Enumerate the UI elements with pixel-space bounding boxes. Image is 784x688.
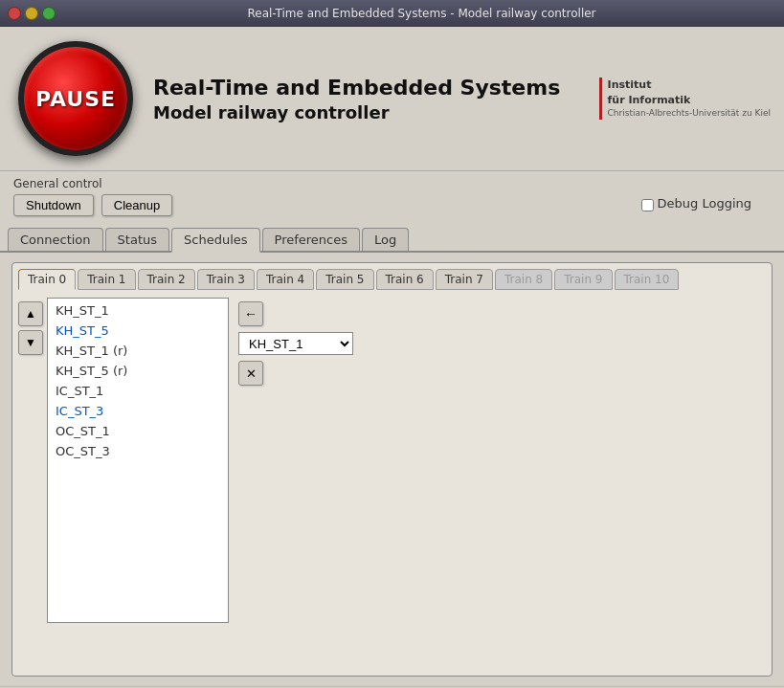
- up-down-buttons: ▲ ▼: [18, 298, 43, 355]
- x-mark-icon: ✕: [246, 366, 257, 381]
- schedule-editor: ▲ ▼ KH_ST_1KH_ST_5KH_ST_1 (r)KH_ST_5 (r)…: [18, 298, 766, 670]
- station-list-panel: ▲ ▼ KH_ST_1KH_ST_5KH_ST_1 (r)KH_ST_5 (r)…: [18, 298, 229, 623]
- inner-tab-train6[interactable]: Train 6: [376, 269, 434, 290]
- station-item-oc_st_1[interactable]: OC_ST_1: [48, 421, 228, 441]
- app-title-line1: Real-Time and Embedded Systems: [153, 75, 584, 102]
- station-item-oc_st_3[interactable]: OC_ST_3: [48, 441, 228, 461]
- shutdown-button[interactable]: Shutdown: [13, 194, 94, 216]
- cleanup-button[interactable]: Cleanup: [101, 194, 172, 216]
- inner-tab-train0[interactable]: Train 0: [18, 269, 76, 290]
- debug-logging-check: Debug Logging: [641, 196, 751, 214]
- station-item-kh_st_5r[interactable]: KH_ST_5 (r): [48, 361, 228, 381]
- outer-tab-status[interactable]: Status: [105, 228, 169, 251]
- minimize-button[interactable]: [25, 7, 38, 20]
- add-station-button[interactable]: ←: [238, 301, 263, 326]
- pause-button[interactable]: PAUSE: [18, 41, 133, 156]
- institute-logo: Institut für Informatik Christian-Albrec…: [599, 78, 771, 119]
- station-item-ic_st_3[interactable]: IC_ST_3: [48, 401, 228, 421]
- station-dropdown-wrap: KH_ST_1KH_ST_5KH_ST_1 (r)KH_ST_5 (r)IC_S…: [238, 332, 353, 355]
- window-title: Real-Time and Embedded Systems - Model r…: [67, 7, 776, 20]
- inner-tab-train4[interactable]: Train 4: [257, 269, 314, 290]
- inner-tab-train8: Train 8: [495, 269, 552, 290]
- station-item-ic_st_1[interactable]: IC_ST_1: [48, 381, 228, 401]
- inner-tab-train5[interactable]: Train 5: [316, 269, 373, 290]
- inner-tab-train1[interactable]: Train 1: [78, 269, 135, 290]
- inner-tab-train3[interactable]: Train 3: [197, 269, 255, 290]
- pause-button-wrap: PAUSE: [13, 36, 138, 161]
- inner-tab-train10: Train 10: [615, 269, 680, 290]
- remove-station-button[interactable]: ✕: [238, 361, 263, 386]
- institute-sub: Christian-Albrechts-Universität zu Kiel: [608, 107, 771, 120]
- inner-tab-train9: Train 9: [554, 269, 612, 290]
- app-header: PAUSE Real-Time and Embedded Systems Mod…: [0, 27, 784, 171]
- general-control-bar: General control Shutdown Cleanup Debug L…: [0, 171, 784, 224]
- institute-name2: für Informatik: [608, 93, 691, 107]
- window-controls: [8, 7, 56, 20]
- outer-tab-bar: ConnectionStatusSchedulesPreferencesLog: [0, 224, 784, 253]
- outer-tab-log[interactable]: Log: [362, 228, 409, 251]
- inner-tab-train7[interactable]: Train 7: [436, 269, 493, 290]
- control-buttons-row: Shutdown Cleanup Debug Logging: [13, 194, 771, 216]
- maximize-button[interactable]: [42, 7, 56, 20]
- titlebar: Real-Time and Embedded Systems - Model r…: [0, 0, 784, 27]
- schedules-content: Train 0Train 1Train 2Train 3Train 4Train…: [0, 253, 784, 686]
- station-select[interactable]: KH_ST_1KH_ST_5KH_ST_1 (r)KH_ST_5 (r)IC_S…: [238, 332, 353, 355]
- left-arrow-icon: ←: [244, 306, 258, 322]
- train-tab-bar: Train 0Train 1Train 2Train 3Train 4Train…: [18, 269, 766, 290]
- institute-name1: Institut: [608, 78, 652, 92]
- app-title-line2: Model railway controller: [153, 102, 584, 122]
- outer-tab-schedules[interactable]: Schedules: [171, 228, 260, 253]
- outer-tab-connection[interactable]: Connection: [8, 228, 103, 251]
- station-item-kh_st_1[interactable]: KH_ST_1: [48, 300, 228, 321]
- up-arrow-icon: ▲: [25, 307, 36, 321]
- debug-checkbox[interactable]: [641, 199, 654, 211]
- close-button[interactable]: [8, 7, 21, 20]
- inner-tab-train2[interactable]: Train 2: [138, 269, 195, 290]
- move-down-button[interactable]: ▼: [18, 330, 43, 355]
- station-item-kh_st_1r[interactable]: KH_ST_1 (r): [48, 341, 228, 361]
- station-list: KH_ST_1KH_ST_5KH_ST_1 (r)KH_ST_5 (r)IC_S…: [47, 298, 229, 623]
- down-arrow-icon: ▼: [25, 336, 36, 349]
- schedules-panel: Train 0Train 1Train 2Train 3Train 4Train…: [11, 262, 773, 677]
- add-station-panel: ← KH_ST_1KH_ST_5KH_ST_1 (r)KH_ST_5 (r)IC…: [229, 298, 363, 389]
- app-title-block: Real-Time and Embedded Systems Model rai…: [153, 75, 584, 122]
- move-up-button[interactable]: ▲: [18, 301, 43, 326]
- general-control-label: General control: [13, 177, 771, 190]
- outer-tab-preferences[interactable]: Preferences: [262, 228, 360, 251]
- station-item-kh_st_5[interactable]: KH_ST_5: [48, 321, 228, 341]
- debug-label[interactable]: Debug Logging: [658, 196, 751, 211]
